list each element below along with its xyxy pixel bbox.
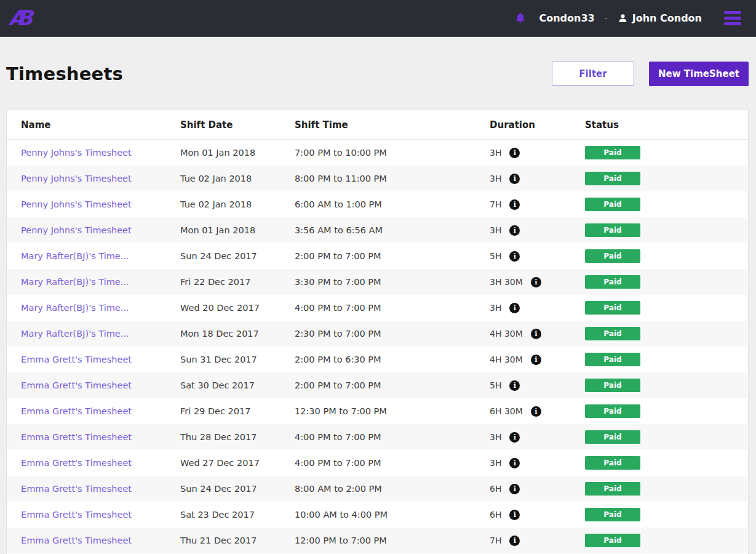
timesheet-name-link[interactable]: Mary Rafter(BJ)'s Time...: [21, 277, 129, 287]
duration-cell: 3H: [490, 225, 585, 236]
shift-time-cell: 2:00 PM to 6:30 PM: [295, 355, 490, 364]
user-icon: [618, 13, 628, 23]
page-title: Timesheets: [6, 63, 123, 84]
duration-value: 6H: [490, 484, 501, 494]
shift-date-cell: Fri 29 Dec 2017: [180, 406, 295, 416]
duration-cell: 3H 30M: [490, 277, 585, 287]
table-row: Penny Johns's Timesheet Tue 02 Jan 2018 …: [7, 191, 748, 217]
timesheet-name-link[interactable]: Penny Johns's Timesheet: [21, 148, 132, 158]
status-badge: Paid: [585, 172, 640, 185]
status-badge: Paid: [585, 146, 640, 159]
status-badge: Paid: [585, 482, 640, 496]
info-icon[interactable]: [509, 174, 520, 184]
duration-cell: 6H 30M: [490, 406, 585, 417]
duration-cell: 3H: [490, 303, 585, 313]
column-header-time: Shift Time: [295, 119, 490, 130]
timesheet-name-link[interactable]: Emma Grett's Timesheet: [21, 380, 132, 390]
shift-date-cell: Thu 21 Dec 2017: [180, 536, 295, 545]
shift-time-cell: 2:30 PM to 7:00 PM: [295, 329, 490, 339]
info-icon[interactable]: [509, 225, 520, 236]
table-header-row: Name Shift Date Shift Time Duration Stat…: [7, 110, 748, 140]
status-cell: Paid: [585, 327, 748, 340]
table-row: Emma Grett's Timesheet Sun 24 Dec 2017 8…: [7, 476, 748, 502]
shift-time-cell: 2:00 PM to 7:00 PM: [295, 380, 490, 390]
info-icon[interactable]: [509, 536, 520, 546]
info-icon[interactable]: [531, 277, 541, 287]
duration-cell: 4H 30M: [490, 355, 585, 365]
info-icon[interactable]: [509, 432, 520, 443]
status-cell: Paid: [585, 430, 748, 444]
info-icon[interactable]: [531, 406, 541, 417]
duration-value: 6H: [490, 510, 501, 520]
duration-value: 7H: [490, 199, 501, 209]
timesheet-name-link[interactable]: Penny Johns's Timesheet: [21, 199, 132, 209]
info-icon[interactable]: [509, 510, 520, 520]
notification-bell-icon[interactable]: [514, 11, 527, 25]
status-badge: Paid: [585, 379, 640, 392]
column-header-name: Name: [21, 119, 180, 130]
timesheet-name-link[interactable]: Emma Grett's Timesheet: [21, 458, 132, 468]
timesheet-name-link[interactable]: Emma Grett's Timesheet: [21, 406, 132, 416]
duration-value: 3H: [490, 148, 501, 158]
table-row: Emma Grett's Timesheet Fri 29 Dec 2017 1…: [7, 398, 748, 424]
timesheet-name-link[interactable]: Penny Johns's Timesheet: [21, 174, 132, 183]
user-menu[interactable]: John Condon: [618, 12, 702, 24]
shift-time-cell: 12:00 PM to 7:00 PM: [295, 536, 490, 545]
timesheet-name-link[interactable]: Mary Rafter(BJ)'s Time...: [21, 251, 129, 261]
info-icon[interactable]: [509, 303, 520, 313]
duration-cell: 7H: [490, 536, 585, 546]
shift-time-cell: 10:00 AM to 4:00 PM: [295, 510, 490, 520]
page-header: Timesheets Filter New TimeSheet: [0, 37, 756, 86]
shift-time-cell: 8:00 PM to 11:00 PM: [295, 174, 490, 183]
timesheet-name-link[interactable]: Emma Grett's Timesheet: [21, 432, 132, 442]
new-timesheet-button[interactable]: New TimeSheet: [649, 62, 749, 86]
info-icon[interactable]: [531, 355, 541, 365]
duration-cell: 6H: [490, 510, 585, 520]
shift-date-cell: Tue 02 Jan 2018: [180, 174, 295, 183]
table-row: Penny Johns's Timesheet Tue 02 Jan 2018 …: [7, 166, 748, 191]
shift-date-cell: Thu 28 Dec 2017: [180, 432, 295, 442]
shift-date-cell: Sun 31 Dec 2017: [180, 355, 295, 364]
status-badge: Paid: [585, 430, 640, 444]
status-cell: Paid: [585, 534, 748, 547]
timesheet-name-link[interactable]: Emma Grett's Timesheet: [21, 510, 132, 520]
status-cell: Paid: [585, 223, 748, 237]
status-cell: Paid: [585, 482, 748, 496]
shift-date-cell: Wed 20 Dec 2017: [180, 303, 295, 313]
shift-date-cell: Sat 23 Dec 2017: [180, 510, 295, 520]
status-cell: Paid: [585, 404, 748, 418]
duration-value: 6H 30M: [490, 406, 523, 416]
table-row: Emma Grett's Timesheet Sat 23 Dec 2017 1…: [7, 502, 748, 528]
table-row: Penny Johns's Timesheet Mon 01 Jan 2018 …: [7, 140, 748, 166]
shift-date-cell: Wed 27 Dec 2017: [180, 458, 295, 468]
timesheet-name-link[interactable]: Emma Grett's Timesheet: [21, 536, 132, 545]
timesheet-name-link[interactable]: Penny Johns's Timesheet: [21, 225, 132, 235]
shift-date-cell: Mon 01 Jan 2018: [180, 225, 295, 235]
filter-button[interactable]: Filter: [552, 62, 634, 86]
info-icon[interactable]: [509, 148, 520, 158]
status-badge: Paid: [585, 198, 640, 211]
shift-date-cell: Sun 24 Dec 2017: [180, 251, 295, 261]
status-cell: Paid: [585, 275, 748, 289]
timesheet-name-link[interactable]: Mary Rafter(BJ)'s Time...: [21, 303, 129, 313]
info-icon[interactable]: [509, 484, 520, 494]
hamburger-menu-icon[interactable]: [724, 11, 741, 25]
status-cell: Paid: [585, 249, 748, 263]
info-icon[interactable]: [509, 458, 520, 468]
status-cell: Paid: [585, 456, 748, 470]
timesheet-name-link[interactable]: Emma Grett's Timesheet: [21, 355, 132, 364]
timesheet-name-link[interactable]: Emma Grett's Timesheet: [21, 484, 132, 494]
status-badge: Paid: [585, 456, 640, 470]
app-logo[interactable]: AB: [8, 6, 34, 30]
duration-cell: 7H: [490, 199, 585, 210]
info-icon[interactable]: [531, 329, 541, 339]
company-name[interactable]: Condon33: [539, 12, 594, 24]
info-icon[interactable]: [509, 199, 520, 210]
status-cell: Paid: [585, 146, 748, 159]
info-icon[interactable]: [509, 251, 520, 262]
duration-value: 3H: [490, 303, 501, 313]
timesheet-name-link[interactable]: Mary Rafter(BJ)'s Time...: [21, 329, 129, 339]
shift-time-cell: 12:30 PM to 7:00 PM: [295, 406, 490, 416]
info-icon[interactable]: [509, 380, 520, 391]
duration-value: 3H: [490, 458, 501, 468]
